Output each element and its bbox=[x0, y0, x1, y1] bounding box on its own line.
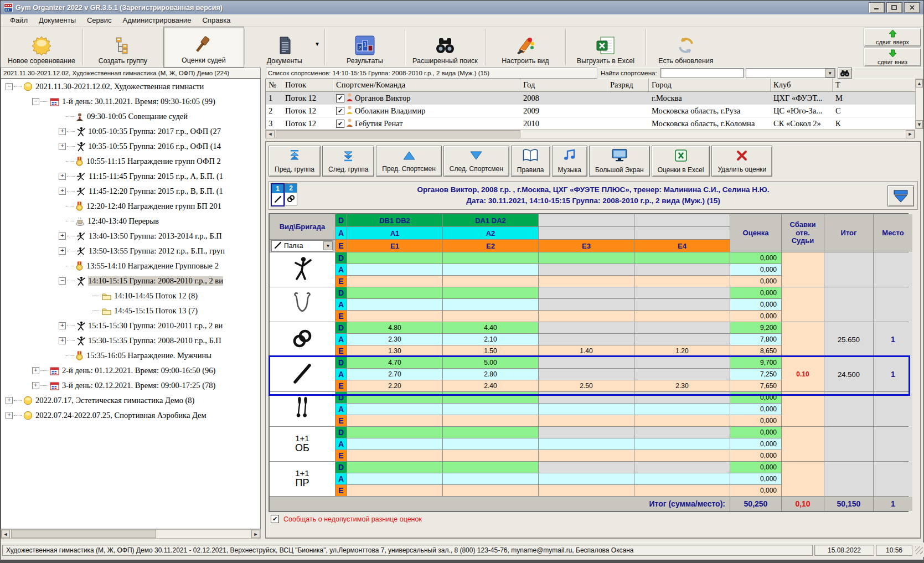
judge-score-cell[interactable]: 2.40 bbox=[443, 380, 538, 391]
expand-icon[interactable]: + bbox=[59, 247, 66, 255]
judge-score-cell[interactable] bbox=[539, 311, 634, 322]
judge-score-cell[interactable]: 4.40 bbox=[443, 322, 538, 333]
tree-item[interactable]: +11:15-11:45 Группа: 2015 г.р., А, Б.П. … bbox=[1, 169, 260, 184]
judge-score-cell[interactable] bbox=[443, 264, 538, 275]
scroll-left-icon[interactable]: ◄ bbox=[1, 530, 10, 538]
expand-icon[interactable]: + bbox=[59, 173, 66, 180]
judge-score-cell[interactable] bbox=[443, 252, 538, 264]
judge-score-cell[interactable] bbox=[634, 311, 730, 322]
judge-score-cell[interactable] bbox=[539, 415, 634, 426]
judge-score-cell[interactable] bbox=[539, 392, 634, 403]
tree-item[interactable]: 09:30-10:05 Совещание судей bbox=[1, 109, 260, 124]
table-row[interactable]: 2Поток 12✔Оболакин Владимир2009Московска… bbox=[266, 105, 915, 117]
tree-item[interactable]: +15:15-15:30 Группа: 2010-2011 г.р., 2 в… bbox=[1, 318, 260, 333]
expand-icon[interactable]: + bbox=[59, 188, 66, 195]
judge-score-cell[interactable] bbox=[539, 369, 634, 380]
menu-item-1[interactable]: Файл bbox=[5, 15, 33, 25]
judge-score-cell[interactable] bbox=[347, 276, 442, 287]
judge-score-cell[interactable] bbox=[634, 276, 730, 287]
apparatus-tab-1[interactable]: 1 bbox=[271, 183, 285, 206]
judge-score-cell[interactable] bbox=[347, 299, 442, 310]
judge-score-cell[interactable] bbox=[347, 264, 442, 275]
judge-score-cell[interactable]: 2.50 bbox=[539, 380, 634, 391]
judge-score-cell[interactable]: 1.40 bbox=[539, 345, 634, 357]
toolbar-button-3[interactable]: Оценки судей bbox=[163, 27, 244, 68]
judge-score-cell[interactable] bbox=[539, 287, 634, 298]
menu-item-4[interactable]: Администрирование bbox=[118, 15, 197, 25]
judge-score-cell[interactable] bbox=[443, 276, 538, 287]
judge-score-cell[interactable] bbox=[443, 450, 538, 461]
judge-score-cell[interactable] bbox=[539, 450, 634, 461]
judge-score-cell[interactable]: 1.30 bbox=[347, 345, 442, 357]
judge-score-cell[interactable] bbox=[634, 415, 730, 426]
judge-score-cell[interactable] bbox=[347, 287, 442, 298]
judge-score-cell[interactable] bbox=[539, 299, 634, 310]
toolbar-button-8[interactable]: Выгрузить в Excel bbox=[566, 27, 646, 68]
expand-icon[interactable]: + bbox=[32, 367, 39, 374]
judge-score-cell[interactable] bbox=[634, 252, 730, 264]
tree-item[interactable]: −2021.11.30-2021.12.02, Художественная г… bbox=[1, 79, 260, 94]
score-nav-button-4[interactable]: След. Спортсмен bbox=[443, 146, 509, 177]
scroll-right-icon[interactable]: ► bbox=[906, 130, 915, 138]
tree-item[interactable]: +13:50-13:55 Группа: 2012 г.р., Б.П., гр… bbox=[1, 244, 260, 259]
tree-item[interactable]: +13:40-13:50 Группа: 2013-2014 г.р., Б.П bbox=[1, 229, 260, 244]
judge-score-cell[interactable] bbox=[539, 334, 634, 345]
scroll-thumb[interactable] bbox=[11, 530, 156, 538]
expand-icon[interactable]: + bbox=[59, 337, 66, 344]
maximize-button[interactable] bbox=[886, 2, 902, 13]
judge-score-cell[interactable] bbox=[634, 485, 730, 496]
judge-score-cell[interactable] bbox=[539, 473, 634, 484]
table-row[interactable]: 1Поток 12✔Органов Виктор2008г.МоскваЦХГ … bbox=[266, 92, 915, 105]
toolbar-button-5[interactable]: 21Результаты bbox=[325, 27, 405, 68]
menu-item-2[interactable]: Документы bbox=[34, 15, 81, 25]
judge-score-cell[interactable] bbox=[443, 311, 538, 322]
score-nav-button-8[interactable]: Оценки в Excel bbox=[652, 146, 710, 177]
tree-item[interactable]: −1-й день: 30.11.2021. Время: 09:30-16:0… bbox=[1, 94, 260, 109]
judge-score-cell[interactable] bbox=[539, 438, 634, 450]
judge-score-cell[interactable] bbox=[347, 427, 442, 438]
judge-score-cell[interactable]: 2.80 bbox=[443, 369, 538, 380]
warning-checkbox[interactable]: ✔ bbox=[271, 515, 279, 523]
tree-item[interactable]: +2022.07.17, Эстетическая гимнастика Дем… bbox=[1, 393, 260, 408]
tree-item[interactable]: +3-й день: 02.12.2021. Время: 09:00-17:2… bbox=[1, 378, 260, 393]
toolbar-button-1[interactable]: Новое соревнование bbox=[1, 27, 82, 68]
toolbar-button-2[interactable]: Создать группу bbox=[83, 27, 163, 68]
column-header-6[interactable]: Город bbox=[649, 79, 771, 91]
judge-score-cell[interactable]: 2.20 bbox=[347, 380, 442, 391]
judge-score-cell[interactable] bbox=[539, 462, 634, 473]
score-nav-button-7[interactable]: Большой Экран bbox=[589, 146, 650, 177]
tree-item[interactable]: 14:10-14:45 Поток 12 (8) bbox=[1, 288, 260, 303]
judge-score-cell[interactable]: 4.80 bbox=[347, 322, 442, 333]
judge-score-cell[interactable] bbox=[539, 276, 634, 287]
judge-score-cell[interactable] bbox=[443, 299, 538, 310]
judge-score-cell[interactable] bbox=[443, 427, 538, 438]
scroll-right-icon[interactable]: ► bbox=[251, 530, 260, 538]
score-nav-button-9[interactable]: Удалить оценки bbox=[711, 146, 772, 177]
scroll-thumb[interactable] bbox=[276, 130, 520, 138]
judge-score-cell[interactable] bbox=[539, 252, 634, 264]
judge-score-cell[interactable] bbox=[347, 404, 442, 415]
judge-score-cell[interactable] bbox=[347, 462, 442, 473]
chevron-down-icon[interactable]: ▼ bbox=[314, 41, 320, 47]
judge-score-cell[interactable] bbox=[539, 427, 634, 438]
judge-score-cell[interactable] bbox=[347, 311, 442, 322]
expand-button[interactable] bbox=[887, 185, 914, 206]
column-header-7[interactable]: Клуб bbox=[771, 79, 833, 91]
score-nav-button-1[interactable]: Пред. группа bbox=[269, 146, 321, 177]
tree-item[interactable]: 15:35-16:05 Награждение. Мужчины bbox=[1, 348, 260, 363]
toolbar-button-9[interactable]: Есть обновления bbox=[646, 27, 726, 68]
chevron-down-icon[interactable]: ▼ bbox=[323, 241, 333, 250]
shift-down-button[interactable]: сдвиг вниз bbox=[864, 48, 921, 66]
judge-score-cell[interactable] bbox=[347, 473, 442, 484]
expand-icon[interactable]: + bbox=[59, 128, 66, 135]
judge-score-cell[interactable] bbox=[539, 357, 634, 368]
table-row[interactable]: 3Поток 12✔Гебутия Ренат2010Московска обл… bbox=[266, 117, 915, 129]
judge-score-cell[interactable] bbox=[634, 264, 730, 275]
judge-score-cell[interactable] bbox=[443, 287, 538, 298]
judge-score-cell[interactable] bbox=[347, 485, 442, 496]
tree-item[interactable]: 12:20-12:40 Награждение групп БП 201 bbox=[1, 199, 260, 214]
judge-score-cell[interactable] bbox=[634, 473, 730, 484]
expand-icon[interactable]: + bbox=[59, 233, 66, 240]
score-nav-button-3[interactable]: Пред. Спортсмен bbox=[376, 146, 442, 177]
judge-score-cell[interactable] bbox=[634, 299, 730, 310]
